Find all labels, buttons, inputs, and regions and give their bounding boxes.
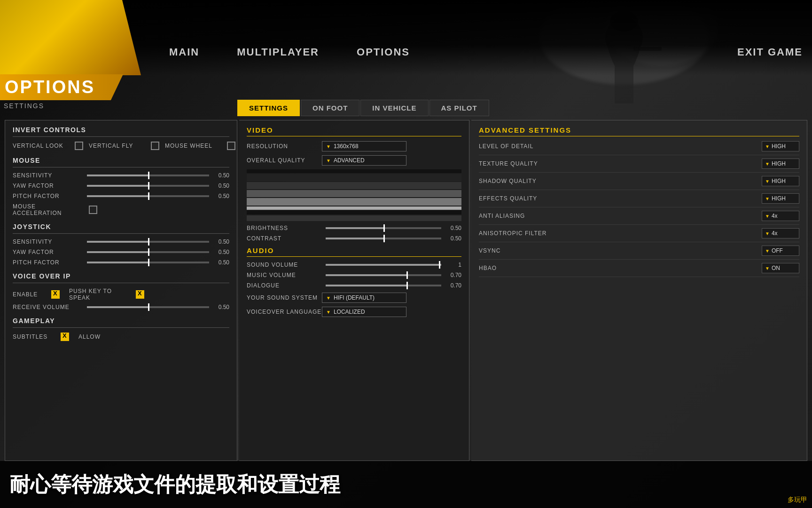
music-volume-row: MUSIC VOLUME 0.70: [247, 272, 461, 278]
subtitles-checkbox[interactable]: [61, 333, 69, 341]
joy-yaw-value: 0.50: [213, 249, 229, 255]
mouse-pitch-label: PITCH FACTOR: [13, 193, 83, 199]
logo-area: [0, 0, 141, 75]
vertical-fly-checkbox[interactable]: [151, 142, 159, 150]
push-key-checkbox[interactable]: [136, 290, 144, 299]
mouse-wheel-label: MOUSE WHEEL: [165, 143, 221, 149]
video-title: VIDEO: [247, 126, 461, 136]
mouse-section: MOUSE SENSITIVITY 0.50 YAW FACTOR 0.50 P…: [13, 157, 229, 216]
hbao-dropdown[interactable]: ▼ ON: [762, 263, 799, 273]
sound-system-dropdown[interactable]: ▼ HIFI (DEFAULT): [322, 293, 406, 303]
dialogue-track[interactable]: [326, 285, 441, 286]
vertical-fly-label: VERTICAL FLY: [89, 143, 145, 149]
anisotropic-filter-label: ANISOTROPIC FILTER: [479, 230, 762, 237]
level-of-detail-row: LEVEL OF DETAIL ▼ HIGH: [479, 141, 799, 155]
level-of-detail-dropdown[interactable]: ▼ HIGH: [762, 141, 799, 151]
music-volume-track[interactable]: [326, 274, 441, 276]
sound-system-value: HIFI (DEFAULT): [334, 294, 375, 301]
mouse-sensitivity-track[interactable]: [87, 175, 209, 176]
joy-sensitivity-track[interactable]: [87, 241, 209, 243]
effects-quality-row: EFFECTS QUALITY ▼ HIGH: [479, 193, 799, 207]
sound-volume-value: 1: [445, 262, 461, 268]
invert-controls-section: INVERT CONTROLS VERTICAL LOOK VERTICAL F…: [13, 126, 229, 150]
voiceover-dropdown[interactable]: ▼ LOCALIZED: [322, 307, 406, 317]
nav-exit[interactable]: EXIT GAME: [737, 46, 803, 58]
push-key-label: PUSH KEY TO SPEAK: [69, 288, 130, 301]
audio-title: AUDIO: [247, 246, 461, 257]
brightness-label: BRIGHTNESS: [247, 225, 322, 231]
tab-settings[interactable]: SETTINGS: [237, 100, 300, 116]
anti-aliasing-dropdown[interactable]: ▼ 4x: [762, 211, 799, 221]
receive-volume-track[interactable]: [87, 306, 209, 308]
sound-volume-track[interactable]: [326, 264, 441, 266]
options-title-area: OPTIONS SETTINGS: [0, 74, 123, 110]
vsync-dropdown[interactable]: ▼ OFF: [762, 246, 799, 256]
effects-quality-dropdown[interactable]: ▼ HIGH: [762, 193, 799, 204]
mouse-sensitivity-value: 0.50: [213, 172, 229, 179]
mouse-wheel-checkbox[interactable]: [227, 142, 235, 150]
shadow-quality-dropdown[interactable]: ▼ HIGH: [762, 176, 799, 186]
dialogue-row: DIALOGUE 0.70: [247, 282, 461, 289]
quality-dropdown[interactable]: ▼ ADVANCED: [322, 155, 406, 166]
nav-multiplayer[interactable]: MULTIPLAYER: [218, 42, 338, 62]
nav-options[interactable]: OPTIONS: [338, 42, 429, 62]
effects-quality-label: EFFECTS QUALITY: [479, 195, 762, 202]
mouse-accel-checkbox[interactable]: [89, 206, 97, 214]
receive-volume-value: 0.50: [213, 304, 229, 310]
tab-in-vehicle[interactable]: IN VEHICLE: [360, 100, 428, 116]
content-area: INVERT CONTROLS VERTICAL LOOK VERTICAL F…: [0, 120, 812, 461]
texture-quality-dropdown[interactable]: ▼ HIGH: [762, 159, 799, 169]
quality-value: ADVANCED: [334, 157, 365, 164]
mouse-yaw-row: YAW FACTOR 0.50: [13, 183, 229, 189]
shadow-quality-label: SHADOW QUALITY: [479, 178, 762, 184]
sound-system-label: YOUR SOUND SYSTEM: [247, 294, 322, 301]
joy-sensitivity-label: SENSITIVITY: [13, 238, 83, 245]
brightness-track[interactable]: [326, 227, 441, 229]
joystick-section: JOYSTICK SENSITIVITY 0.50 YAW FACTOR 0.5…: [13, 223, 229, 266]
hbao-label: HBAO: [479, 265, 762, 271]
subtitles-label: SUBTITLES: [13, 333, 55, 340]
joy-pitch-row: PITCH FACTOR 0.50: [13, 259, 229, 266]
mouse-yaw-value: 0.50: [213, 183, 229, 189]
music-volume-label: MUSIC VOLUME: [247, 272, 322, 278]
video-section: VIDEO RESOLUTION ▼ 1360x768 OVERALL QUAL…: [247, 126, 461, 242]
sound-system-row: YOUR SOUND SYSTEM ▼ HIFI (DEFAULT): [247, 293, 461, 303]
contrast-label: CONTRAST: [247, 235, 322, 242]
sound-volume-row: SOUND VOLUME 1: [247, 262, 461, 268]
anisotropic-filter-row: ANISOTROPIC FILTER ▼ 4x: [479, 228, 799, 242]
enable-checkbox[interactable]: [51, 290, 60, 299]
anisotropic-filter-value: 4x: [772, 230, 778, 237]
joy-pitch-track[interactable]: [87, 262, 209, 263]
subtitles-row: SUBTITLES ALLOW: [13, 333, 229, 341]
vertical-look-checkbox[interactable]: [75, 142, 83, 150]
level-of-detail-value: HIGH: [772, 143, 786, 150]
joystick-title: JOYSTICK: [13, 223, 229, 234]
tab-as-pilot[interactable]: AS PILOT: [429, 100, 489, 116]
level-of-detail-label: LEVEL OF DETAIL: [479, 143, 762, 150]
tab-on-foot[interactable]: ON FOOT: [301, 100, 359, 116]
gameplay-section: GAMEPLAY SUBTITLES ALLOW: [13, 317, 229, 341]
gameplay-title: GAMEPLAY: [13, 317, 229, 328]
contrast-track[interactable]: [326, 238, 441, 239]
nav-main[interactable]: MAIN: [150, 42, 218, 62]
anti-aliasing-value: 4x: [772, 213, 778, 219]
left-panel: INVERT CONTROLS VERTICAL LOOK VERTICAL F…: [5, 120, 237, 461]
brightness-row: BRIGHTNESS 0.50: [247, 225, 461, 231]
mouse-yaw-track[interactable]: [87, 185, 209, 187]
anti-aliasing-label: ANTI ALIASING: [479, 213, 762, 219]
joy-pitch-value: 0.50: [213, 259, 229, 266]
subtitle-bar: 耐心等待游戏文件的提取和设置过程: [0, 461, 812, 508]
invert-controls-row: VERTICAL LOOK VERTICAL FLY MOUSE WHEEL: [13, 142, 229, 150]
quality-label: OVERALL QUALITY: [247, 157, 322, 164]
resolution-row: RESOLUTION ▼ 1360x768: [247, 141, 461, 151]
anisotropic-filter-dropdown[interactable]: ▼ 4x: [762, 228, 799, 238]
sound-volume-label: SOUND VOLUME: [247, 262, 322, 268]
joy-yaw-track[interactable]: [87, 251, 209, 253]
resolution-dropdown[interactable]: ▼ 1360x768: [322, 141, 406, 151]
anti-aliasing-row: ANTI ALIASING ▼ 4x: [479, 211, 799, 225]
mouse-pitch-track[interactable]: [87, 195, 209, 197]
receive-volume-row: RECEIVE VOLUME 0.50: [13, 304, 229, 310]
vsync-value: OFF: [772, 247, 783, 254]
receive-volume-label: RECEIVE VOLUME: [13, 304, 83, 310]
joy-sensitivity-value: 0.50: [213, 238, 229, 245]
